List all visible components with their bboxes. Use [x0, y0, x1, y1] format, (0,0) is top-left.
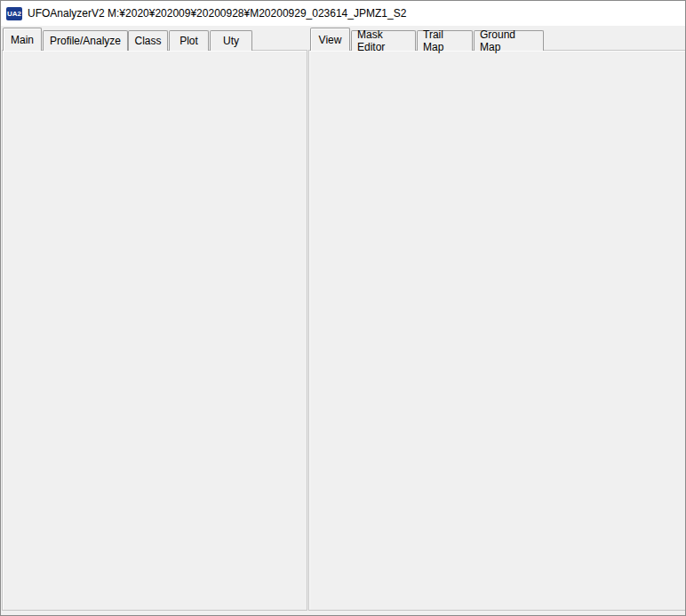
app-window: UA2 UFOAnalyzerV2 M:¥2020¥202009¥2020092…	[0, 0, 686, 616]
tab-trail-map[interactable]: Trail Map	[417, 30, 473, 51]
tab-mask-editor[interactable]: Mask Editor	[351, 30, 416, 51]
tab-profile-analyze[interactable]: Profile/Analyze	[43, 30, 128, 51]
tab-ground-map[interactable]: Ground Map	[474, 30, 544, 51]
app-icon: UA2	[6, 7, 22, 20]
tab-main[interactable]: Main	[3, 28, 42, 51]
window-title: UFOAnalyzerV2 M:¥2020¥202009¥20200928¥M2…	[28, 7, 406, 20]
tab-plot[interactable]: Plot	[169, 30, 209, 51]
tab-class[interactable]: Class	[128, 30, 168, 51]
view-tab-page	[308, 50, 686, 611]
title-bar[interactable]: UA2 UFOAnalyzerV2 M:¥2020¥202009¥2020092…	[1, 1, 686, 26]
tab-view[interactable]: View	[310, 28, 350, 51]
main-tab-page	[2, 50, 307, 611]
tab-uty[interactable]: Uty	[210, 30, 252, 51]
